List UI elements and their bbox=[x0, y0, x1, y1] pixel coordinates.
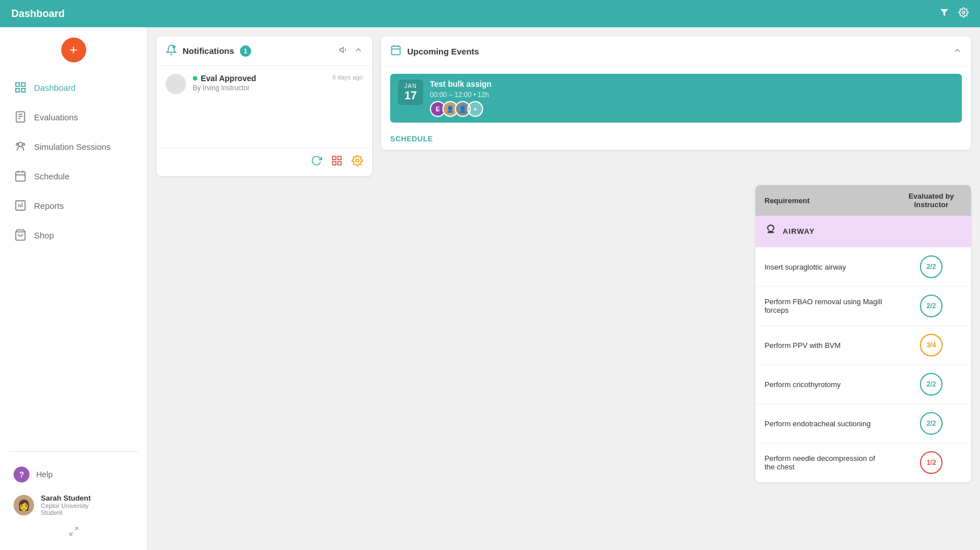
sidebar-item-shop[interactable]: Shop bbox=[5, 220, 142, 250]
event-name: Test bulk assign bbox=[430, 79, 954, 89]
grid-icon[interactable] bbox=[331, 155, 343, 169]
svg-rect-2 bbox=[22, 83, 25, 86]
events-header: Upcoming Events bbox=[381, 36, 971, 67]
notif-by: By Irving Instructor bbox=[193, 84, 326, 92]
score-badge: 1/2 bbox=[920, 451, 943, 474]
notifications-badge: 1 bbox=[240, 45, 251, 57]
svg-line-22 bbox=[70, 532, 73, 535]
user-info: Sarah Student Ceptor University Student bbox=[41, 494, 91, 516]
event-info: Test bulk assign 00:00 – 12:00 • 12h E 👤… bbox=[430, 79, 954, 117]
volume-icon[interactable] bbox=[339, 45, 348, 57]
sidebar-item-simulation-sessions[interactable]: Simulation Sessions bbox=[5, 132, 142, 161]
score-badge: 2/2 bbox=[920, 373, 943, 396]
top-bar-icons bbox=[939, 7, 969, 20]
svg-rect-1 bbox=[16, 83, 19, 86]
req-label: Perform cricothyrotomy bbox=[755, 365, 892, 404]
schedule-link[interactable]: SCHEDULE bbox=[381, 129, 971, 150]
app-container: Dashboard + Dashboard bbox=[0, 0, 980, 550]
chevron-up-icon[interactable] bbox=[354, 45, 363, 57]
svg-point-29 bbox=[356, 159, 359, 162]
svg-rect-28 bbox=[338, 162, 341, 165]
events-panel: Upcoming Events JAN 17 Test bulk assign bbox=[381, 36, 971, 150]
top-bar: Dashboard bbox=[0, 0, 980, 27]
table-header-row: Requirement Evaluated by Instructor bbox=[755, 185, 971, 216]
evaluations-icon bbox=[14, 110, 27, 124]
refresh-icon[interactable] bbox=[311, 155, 322, 169]
filter-icon[interactable] bbox=[939, 7, 949, 20]
user-role: Student bbox=[41, 509, 91, 516]
event-month: JAN bbox=[404, 83, 417, 89]
add-button[interactable]: + bbox=[61, 37, 86, 62]
table-row: Perform needle decompression of the ches… bbox=[755, 443, 971, 482]
req-score: 2/2 bbox=[892, 287, 971, 326]
event-date-box: JAN 17 bbox=[398, 79, 423, 105]
notif-content: Eval Approved By Irving Instructor bbox=[193, 74, 326, 92]
sidebar-item-evaluations[interactable]: Evaluations bbox=[5, 102, 142, 132]
svg-point-0 bbox=[962, 11, 965, 14]
svg-point-11 bbox=[23, 144, 25, 146]
sidebar-item-dashboard-label: Dashboard bbox=[34, 83, 75, 93]
events-collapse-icon[interactable] bbox=[953, 46, 962, 57]
notif-avatar bbox=[166, 74, 186, 94]
event-day: 17 bbox=[404, 89, 417, 102]
airway-label: AIRWAY bbox=[783, 227, 815, 236]
sidebar-item-schedule[interactable]: Schedule bbox=[5, 161, 142, 191]
req-score: 1/2 bbox=[892, 443, 971, 482]
req-label: Perform PPV with BVM bbox=[755, 326, 892, 365]
user-profile[interactable]: 👩 Sarah Student Ceptor University Studen… bbox=[9, 488, 138, 522]
sidebar-divider bbox=[9, 451, 138, 452]
req-score: 2/2 bbox=[892, 247, 971, 287]
req-score: 3/4 bbox=[892, 326, 971, 365]
dashboard-icon bbox=[14, 81, 27, 94]
sidebar-item-reports-label: Reports bbox=[34, 201, 64, 211]
table-row: Insert supraglottic airway 2/2 bbox=[755, 247, 971, 287]
svg-rect-25 bbox=[333, 157, 336, 160]
requirements-section: Requirement Evaluated by Instructor AIRW… bbox=[755, 185, 971, 541]
sidebar-bottom: ? Help 👩 Sarah Student Ceptor University… bbox=[0, 456, 147, 550]
notifications-footer bbox=[157, 148, 372, 176]
main-layout: + Dashboard Evaluations bbox=[0, 27, 980, 550]
simulation-icon bbox=[14, 140, 27, 153]
event-card: JAN 17 Test bulk assign 00:00 – 12:00 • … bbox=[390, 74, 962, 123]
notifications-title: Notifications bbox=[183, 46, 234, 56]
svg-rect-4 bbox=[22, 89, 25, 92]
event-avatar-more: + bbox=[467, 101, 483, 117]
sidebar-item-schedule-label: Schedule bbox=[34, 171, 70, 181]
table-row: Perform PPV with BVM 3/4 bbox=[755, 326, 971, 365]
notifications-panel: Notifications 1 bbox=[157, 36, 372, 176]
req-label: Perform FBAO removal using Magill forcep… bbox=[755, 287, 892, 326]
content-bottom: Requirement Evaluated by Instructor AIRW… bbox=[157, 185, 971, 541]
svg-rect-27 bbox=[333, 162, 336, 165]
req-label: Perform endotracheal suctioning bbox=[755, 404, 892, 443]
table-row: Perform endotracheal suctioning 2/2 bbox=[755, 404, 971, 443]
user-name: Sarah Student bbox=[41, 494, 91, 502]
svg-marker-24 bbox=[340, 47, 343, 52]
help-icon: ? bbox=[14, 467, 29, 482]
help-item[interactable]: ? Help bbox=[9, 461, 138, 488]
requirements-panel: Requirement Evaluated by Instructor AIRW… bbox=[755, 185, 971, 482]
score-badge: 3/4 bbox=[920, 334, 943, 356]
collapse-button[interactable] bbox=[9, 522, 138, 541]
sidebar-item-evaluations-label: Evaluations bbox=[34, 112, 78, 122]
sidebar-item-reports[interactable]: Reports bbox=[5, 191, 142, 220]
table-row: Perform FBAO removal using Magill forcep… bbox=[755, 287, 971, 326]
svg-rect-26 bbox=[338, 157, 341, 160]
notification-item: Eval Approved By Irving Instructor 6 day… bbox=[157, 66, 372, 102]
notif-status-text: Eval Approved bbox=[201, 74, 256, 83]
req-score: 2/2 bbox=[892, 365, 971, 404]
event-time: 00:00 – 12:00 • 12h bbox=[430, 91, 954, 99]
sidebar-item-dashboard[interactable]: Dashboard bbox=[5, 73, 142, 102]
score-badge: 2/2 bbox=[920, 295, 943, 317]
sidebar-item-simulation-label: Simulation Sessions bbox=[34, 142, 111, 152]
gear-icon[interactable] bbox=[352, 155, 363, 169]
shop-icon bbox=[14, 228, 27, 242]
notifications-empty-space bbox=[157, 102, 372, 148]
score-badge: 2/2 bbox=[920, 255, 943, 278]
schedule-link-text[interactable]: SCHEDULE bbox=[390, 135, 433, 143]
sidebar-item-shop-label: Shop bbox=[34, 230, 54, 240]
svg-point-23 bbox=[173, 45, 176, 48]
calendar-icon bbox=[390, 44, 402, 58]
svg-rect-12 bbox=[16, 172, 26, 182]
sidebar: + Dashboard Evaluations bbox=[0, 27, 147, 550]
settings-icon[interactable] bbox=[958, 7, 969, 20]
